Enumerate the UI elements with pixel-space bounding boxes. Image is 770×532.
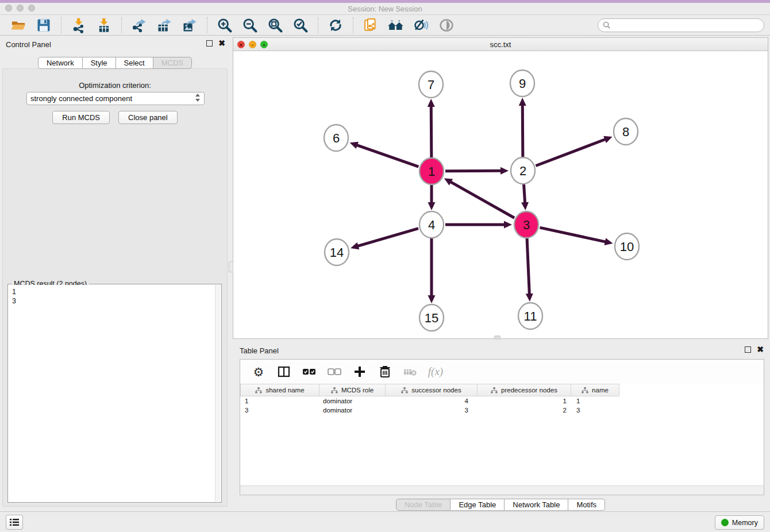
table-rows: 1dominator4113dominator323 [240,396,764,415]
graph-edge-4-14[interactable] [357,229,418,246]
deselect-all-checkboxes-icon[interactable] [326,364,342,380]
settings-gear-icon[interactable]: ⚙ [251,364,267,380]
zoom-selected-icon[interactable] [292,17,309,34]
table-horizontal-scrollbar[interactable] [240,485,764,495]
tab-style[interactable]: Style [83,57,116,69]
table-cell[interactable]: 4 [386,396,478,406]
horizontal-splitter-grip[interactable] [494,336,500,340]
mcds-result-line: 3 [12,296,211,306]
network-graph[interactable]: 1234678910111415 [233,51,768,338]
zoom-out-icon[interactable] [241,17,259,34]
application-window: Session: New Session [0,0,770,532]
open-session-icon[interactable] [10,17,27,34]
home-fit-icon[interactable] [387,17,405,34]
column-type-tree-icon [331,387,338,394]
toolbar-separator [121,17,122,33]
titlebar: Session: New Session [0,0,770,15]
toolbar-separator [353,17,353,33]
add-column-icon[interactable] [352,364,368,380]
mcds-result-list[interactable]: 13 [9,285,215,502]
graph-edge-1-7[interactable] [431,105,432,157]
delete-column-icon[interactable] [377,364,393,380]
tab-edge-table[interactable]: Edge Table [451,499,505,511]
graph-edge-3-10[interactable] [540,228,606,242]
float-table-panel-icon[interactable] [745,346,751,353]
close-panel-icon[interactable]: ✖ [218,40,225,47]
import-network-icon[interactable] [70,17,87,34]
table-row[interactable]: 1dominator411 [240,396,764,406]
column-header-predecessor-nodes[interactable]: predecessor nodes [478,384,571,396]
graph-edge-arrowhead [526,294,533,302]
column-header-shared-name[interactable]: shared name [240,384,319,396]
window-title: Session: New Session [0,5,770,13]
network-canvas[interactable]: 1234678910111415 [233,51,768,338]
tab-network[interactable]: Network [38,57,83,69]
graph-node-label: 14 [330,245,344,260]
column-header-MCDS-role[interactable]: MCDS role [319,384,386,396]
search-input[interactable] [598,18,764,32]
select-stepper-icon [195,93,201,104]
graph-edge-arrowhead [428,99,435,107]
table-cell[interactable]: 3 [571,406,619,415]
graph-edge-3-11[interactable] [527,238,529,295]
refresh-icon[interactable] [327,17,344,34]
graphics-details-icon[interactable] [413,17,430,34]
table-column-headers: shared nameMCDS rolesuccessor nodesprede… [240,384,619,396]
criterion-select[interactable]: strongly connected component [26,92,205,105]
main-toolbar [0,15,770,36]
zoom-in-icon[interactable] [216,17,233,34]
network-from-file-icon[interactable] [362,17,379,34]
table-cell[interactable]: 1 [240,396,319,406]
memory-button[interactable]: Memory [715,515,764,530]
graph-edge-3-1[interactable] [449,182,514,218]
graph-edge-2-8[interactable] [536,139,606,166]
tab-network-table[interactable]: Network Table [505,499,568,511]
table-cell[interactable]: 2 [478,406,571,415]
delete-table-icon[interactable] [402,364,418,380]
run-mcds-button[interactable]: Run MCDS [52,111,110,124]
network-window-titlebar[interactable]: ✕ − + scc.txt [233,38,768,51]
column-layout-icon[interactable] [276,364,292,380]
graph-edge-arrowhead [500,167,509,175]
save-session-icon[interactable] [35,17,52,34]
panel-toggle-button[interactable] [6,515,23,530]
zoom-fit-icon[interactable] [267,17,284,34]
table-cell[interactable]: 3 [386,406,478,415]
column-type-tree-icon [582,387,588,394]
table-cell[interactable]: 1 [478,396,571,406]
column-header-name[interactable]: name [571,384,619,396]
export-network-icon[interactable] [130,17,148,34]
function-builder-icon[interactable]: f(x) [428,364,444,380]
float-panel-icon[interactable] [206,40,213,47]
import-table-icon[interactable] [95,17,113,34]
table-cell[interactable]: dominator [319,406,386,415]
graph-edge-1-6[interactable] [356,145,418,167]
search-field[interactable] [614,21,759,29]
tab-motifs[interactable]: Motifs [568,499,605,511]
export-table-icon[interactable] [156,17,173,34]
graph-node-label: 2 [519,164,526,178]
result-scrollbar[interactable] [215,285,221,502]
table-cell[interactable]: 1 [571,396,619,406]
tab-mcds[interactable]: MCDS [153,57,192,69]
table-cell[interactable]: dominator [319,396,386,406]
select-all-checkboxes-icon[interactable] [301,364,317,380]
mcds-result-line: 1 [12,287,211,296]
table-row[interactable]: 3dominator323 [240,406,764,415]
tab-select[interactable]: Select [116,57,153,69]
export-image-icon[interactable] [181,17,198,34]
graph-edge-2-3[interactable] [524,184,525,204]
graph-edge-2-9[interactable] [522,104,523,157]
graph-edge-1-2[interactable] [445,171,502,171]
list-icon [9,518,20,527]
vertical-splitter-grip[interactable] [229,261,233,272]
graph-node-label: 15 [425,311,438,325]
close-table-panel-icon[interactable]: ✖ [757,346,764,353]
birdseye-view-icon[interactable] [438,17,455,34]
graph-node-label: 4 [428,218,435,232]
close-panel-button[interactable]: Close panel [118,111,178,124]
graph-edge-arrowhead [605,238,613,245]
tab-node-table[interactable]: Node Table [396,499,451,511]
column-header-successor-nodes[interactable]: successor nodes [386,384,478,396]
table-cell[interactable]: 3 [240,406,319,415]
